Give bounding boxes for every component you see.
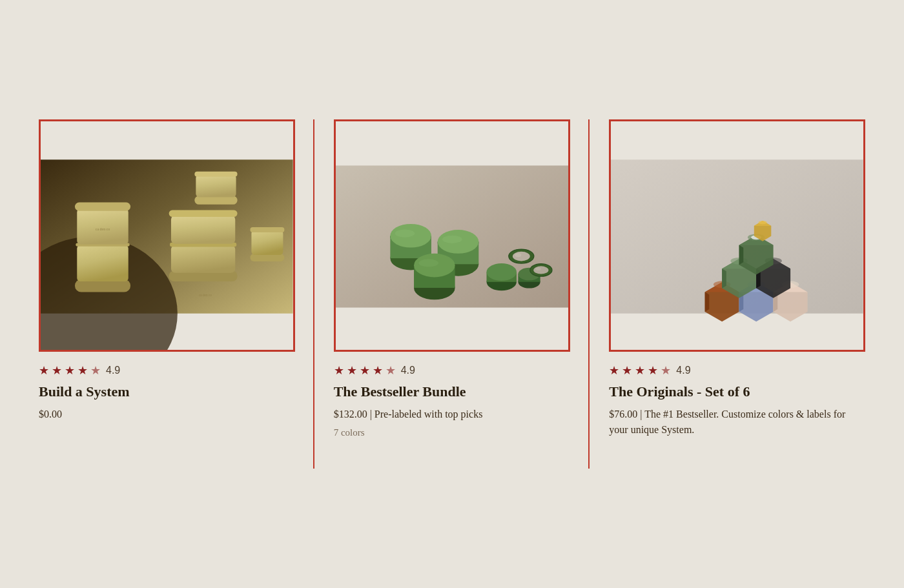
product-price-3: $76.00 | The #1 Bestseller. Customize co… — [609, 407, 865, 438]
star-2-2: ★ — [347, 365, 357, 376]
rating-number-1: 4.9 — [106, 365, 120, 376]
star-3-1: ★ — [609, 365, 619, 376]
product-card-bestseller-bundle[interactable]: ★ ★ ★ ★ ★ 4.9 The Bestseller Bundle $132… — [314, 119, 590, 469]
product-illustration-2 — [336, 121, 569, 352]
svg-rect-11 — [171, 216, 235, 244]
svg-text:ca
den
co: ca den co — [96, 227, 110, 231]
product-card-originals[interactable]: ★ ★ ★ ★ ★ 4.9 The Originals - Set of 6 $… — [590, 119, 865, 469]
svg-point-35 — [418, 259, 438, 267]
svg-point-43 — [513, 252, 530, 261]
svg-rect-9 — [171, 245, 235, 273]
svg-marker-71 — [739, 245, 744, 265]
product-image-originals[interactable] — [609, 119, 865, 352]
product-card-build-a-system[interactable]: ca den co ca den co — [39, 119, 314, 469]
svg-point-25 — [395, 230, 415, 238]
product-name-1: Build a System — [39, 383, 295, 401]
svg-point-30 — [442, 236, 462, 243]
rating-row-2: ★ ★ ★ ★ ★ 4.9 — [334, 365, 571, 376]
star-1-2: ★ — [52, 365, 62, 376]
star-3-2: ★ — [622, 365, 632, 376]
product-image-bestseller[interactable] — [334, 119, 571, 352]
product-name-2: The Bestseller Bundle — [334, 383, 571, 401]
svg-rect-12 — [169, 210, 238, 218]
rating-row-3: ★ ★ ★ ★ ★ 4.9 — [609, 365, 865, 376]
star-3-3: ★ — [635, 365, 645, 376]
rating-row-1: ★ ★ ★ ★ ★ 4.9 — [39, 365, 295, 376]
star-2-4: ★ — [373, 365, 383, 376]
svg-text:ca
den
co: ca den co — [199, 293, 212, 297]
product-price-2: $132.00 | Pre-labeled with top picks — [334, 407, 571, 422]
product-illustration-1: ca den co ca den co — [41, 121, 293, 352]
svg-rect-3 — [77, 245, 128, 281]
svg-rect-14 — [196, 175, 236, 198]
svg-rect-6 — [75, 203, 130, 211]
svg-rect-18 — [250, 227, 284, 232]
star-1-1: ★ — [39, 365, 49, 376]
svg-point-44 — [515, 253, 521, 257]
svg-marker-51 — [705, 292, 710, 312]
product-name-3: The Originals - Set of 6 — [609, 383, 865, 401]
svg-point-46 — [533, 267, 548, 274]
svg-point-76 — [759, 221, 767, 224]
svg-rect-15 — [194, 172, 237, 177]
star-3-5: ★ — [661, 365, 671, 376]
product-image-build-a-system[interactable]: ca den co ca den co — [39, 119, 295, 352]
svg-marker-63 — [722, 269, 726, 288]
star-2-5: ★ — [385, 365, 396, 376]
svg-point-38 — [486, 263, 516, 281]
star-1-3: ★ — [65, 365, 75, 376]
product-colors-2: 7 colors — [334, 427, 571, 438]
star-1-4: ★ — [77, 365, 88, 376]
star-2-1: ★ — [334, 365, 344, 376]
star-1-5: ★ — [90, 365, 101, 376]
svg-point-47 — [535, 267, 541, 270]
rating-number-3: 4.9 — [676, 365, 690, 376]
product-price-1: $0.00 — [39, 407, 295, 422]
products-grid: ca den co ca den co — [39, 119, 865, 469]
star-3-4: ★ — [648, 365, 658, 376]
product-illustration-3 — [611, 121, 863, 352]
svg-rect-17 — [251, 230, 283, 255]
rating-number-2: 4.9 — [401, 365, 415, 376]
star-2-3: ★ — [360, 365, 370, 376]
